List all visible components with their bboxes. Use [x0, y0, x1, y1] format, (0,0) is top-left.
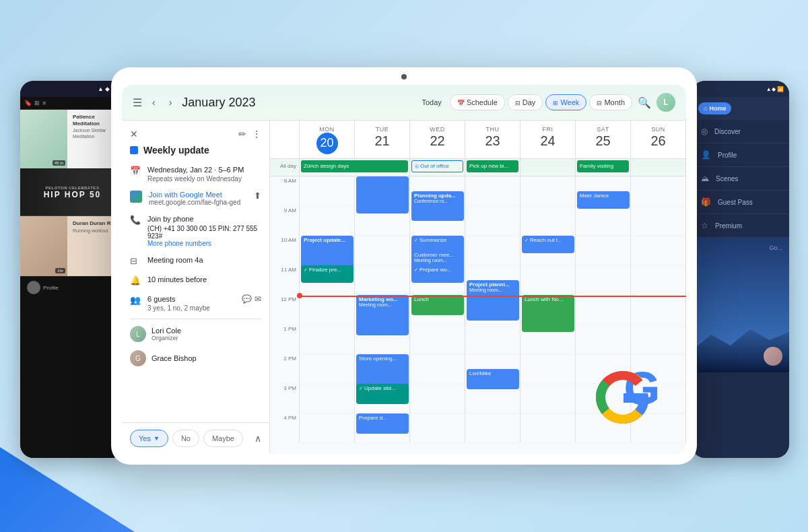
calendar-event-meet-janice[interactable]: Meet Janice: [577, 191, 630, 209]
event-location: Meeting room 4a: [147, 255, 203, 265]
time-cell-mon-13[interactable]: [300, 325, 355, 354]
time-cell-fri-16[interactable]: [520, 413, 576, 443]
calendar-event-marketing[interactable]: Marketing wo... Meeting room...: [356, 295, 409, 335]
day-view-button[interactable]: ⊟ Day: [508, 94, 543, 110]
user-avatar[interactable]: L: [656, 93, 675, 112]
time-cell-fri-15[interactable]: [520, 384, 576, 413]
time-cell-sun-8[interactable]: [631, 176, 686, 206]
join-meet-link[interactable]: Join with Google Meet: [149, 191, 247, 199]
month-view-button[interactable]: ⊟ Month: [589, 94, 632, 110]
more-phone-numbers-link[interactable]: More phone numbers: [147, 240, 261, 247]
time-cell-wed-16[interactable]: [410, 413, 465, 443]
nav-item-discover[interactable]: ◎ Discover: [692, 120, 789, 143]
calendar-event-lunch-fri[interactable]: Lunch with No...: [522, 295, 574, 332]
time-cell-sun-9[interactable]: [631, 206, 686, 236]
calendar-event-project-planning[interactable]: Project planni... Meeting room...: [467, 280, 519, 321]
day-header-sun: Sun 26: [631, 121, 686, 158]
time-cell-fri-8[interactable]: [520, 176, 576, 206]
allday-event-pickup[interactable]: Pick up new bi...: [467, 160, 518, 172]
expand-icon[interactable]: ∧: [255, 433, 261, 444]
event-date-row: 📅 Wednesday, Jan 22 · 5–6 PM Repeats wee…: [122, 161, 269, 187]
time-cell-thu-16[interactable]: [465, 413, 520, 443]
calendar-event-prepare-wo[interactable]: ✓ Prepare wo...: [411, 265, 464, 283]
time-cell-mon-15[interactable]: [300, 384, 355, 413]
time-cell-fri-11[interactable]: [520, 265, 576, 295]
share-icon[interactable]: ⬆: [254, 191, 261, 201]
event-detail-panel: ✕ ✏ ⋮ Weekly update 📅 Wednesday, Jan 22 …: [122, 121, 270, 454]
time-cell-mon-9[interactable]: [300, 206, 355, 236]
time-cell-sun-11[interactable]: [631, 265, 686, 295]
time-cell-wed-13[interactable]: [410, 325, 465, 354]
time-cell-wed-14[interactable]: [410, 354, 465, 384]
time-cell-sat-10[interactable]: [576, 236, 631, 265]
time-cell-tue-10[interactable]: [355, 236, 410, 265]
allday-event-ooo[interactable]: ◎ Out of office: [411, 160, 463, 172]
chat-icon[interactable]: 💬: [242, 294, 252, 304]
organizer-role: Organizer: [152, 335, 181, 341]
email-icon[interactable]: ✉: [255, 294, 261, 304]
time-cell-sat-11[interactable]: [576, 265, 631, 295]
organizer-avatar: L: [130, 326, 146, 342]
time-cell-sun-13[interactable]: [631, 325, 686, 354]
peloton-banner: PELOTON CELEBRATES HIP HOP 50: [20, 169, 125, 216]
time-cell-sat-9[interactable]: [576, 206, 631, 236]
calendar-event-reach-out[interactable]: ✓ Reach out t...: [522, 236, 574, 253]
week-view-button[interactable]: ⊞ Week: [545, 94, 586, 110]
left-phone-status-bar: ▲ ◆ 📶: [20, 81, 125, 97]
time-label-1pm: 1 PM: [270, 325, 300, 354]
event-reminder: 10 minutes before: [147, 275, 207, 285]
time-cell-sun-12[interactable]: [631, 295, 686, 325]
calendar-event-project-update[interactable]: Project update...: [301, 236, 354, 269]
calendar-event-update-slides[interactable]: ✓ Update slid...: [356, 384, 409, 404]
edit-icon[interactable]: ✏: [238, 129, 246, 139]
time-cell-sun-16[interactable]: [631, 413, 686, 443]
more-options-icon[interactable]: ⋮: [252, 129, 261, 139]
location-icon: ⊟: [130, 256, 141, 267]
rsvp-yes-button[interactable]: Yes ▼: [130, 430, 168, 447]
peloton-title: HIP HOP 50: [44, 190, 102, 199]
time-cell-sat-13[interactable]: [576, 325, 631, 354]
event-color-indicator: [130, 146, 138, 154]
rsvp-maybe-button[interactable]: Maybe: [203, 430, 243, 447]
time-cell-tue-11[interactable]: [355, 265, 410, 295]
allday-event-family[interactable]: Family visiting: [577, 160, 629, 172]
rsvp-no-button[interactable]: No: [172, 430, 199, 447]
time-cell-fri-14[interactable]: [520, 354, 576, 384]
calendar-body: ✕ ✏ ⋮ Weekly update 📅 Wednesday, Jan 22 …: [122, 121, 686, 454]
time-cell-thu-13[interactable]: [465, 325, 520, 354]
time-cell-mon-16[interactable]: [300, 413, 355, 443]
day-header-thu: Thu 23: [465, 121, 520, 158]
time-cell-mon-12[interactable]: [300, 295, 355, 325]
time-cell-sat-12[interactable]: [576, 295, 631, 325]
home-button[interactable]: ⌂ Home: [698, 102, 731, 114]
nav-item-guest-pass[interactable]: 🎁 Guest Pass: [692, 191, 789, 214]
event-location-row: ⊟ Meeting room 4a: [122, 251, 269, 271]
time-cell-wed-15[interactable]: [410, 384, 465, 413]
allday-event-zurich[interactable]: Zürich design days: [301, 160, 408, 172]
next-month-button[interactable]: ›: [166, 95, 176, 110]
prev-month-button[interactable]: ‹: [149, 95, 159, 110]
calendar-event-tue-blue[interactable]: [356, 176, 409, 213]
right-phone-status-bar: ▲◆ 📶: [692, 81, 789, 97]
nav-item-profile[interactable]: 👤 Profile: [692, 143, 789, 167]
hamburger-icon[interactable]: ☰: [133, 96, 142, 109]
calendar-event-lori-mike[interactable]: Lori/Mike: [467, 369, 519, 389]
search-icon[interactable]: 🔍: [635, 93, 654, 112]
time-cell-thu-9[interactable]: [465, 206, 520, 236]
nav-item-premium[interactable]: ☆ Premium: [692, 214, 789, 238]
schedule-view-button[interactable]: 📅 Schedule: [450, 94, 505, 110]
close-icon[interactable]: ✕: [130, 129, 138, 139]
calendar-event-finalize[interactable]: ✓ Finalize pre...: [301, 265, 354, 283]
nav-item-scenes[interactable]: ⛰ Scenes: [692, 167, 789, 191]
time-cell-thu-10[interactable]: [465, 236, 520, 265]
time-cell-sun-10[interactable]: [631, 236, 686, 265]
time-cell-mon-8[interactable]: [300, 176, 355, 206]
today-button[interactable]: Today: [416, 95, 446, 110]
time-cell-mon-14[interactable]: [300, 354, 355, 384]
time-cell-sat-16[interactable]: [576, 413, 631, 443]
calendar-event-lunch-wed[interactable]: Lunch: [411, 295, 464, 315]
time-cell-thu-8[interactable]: [465, 176, 520, 206]
calendar-event-prepare-d[interactable]: Prepare d...: [356, 413, 409, 434]
calendar-event-planning[interactable]: Planning upda... Conference ro...: [411, 191, 464, 221]
time-cell-fri-9[interactable]: [520, 206, 576, 236]
